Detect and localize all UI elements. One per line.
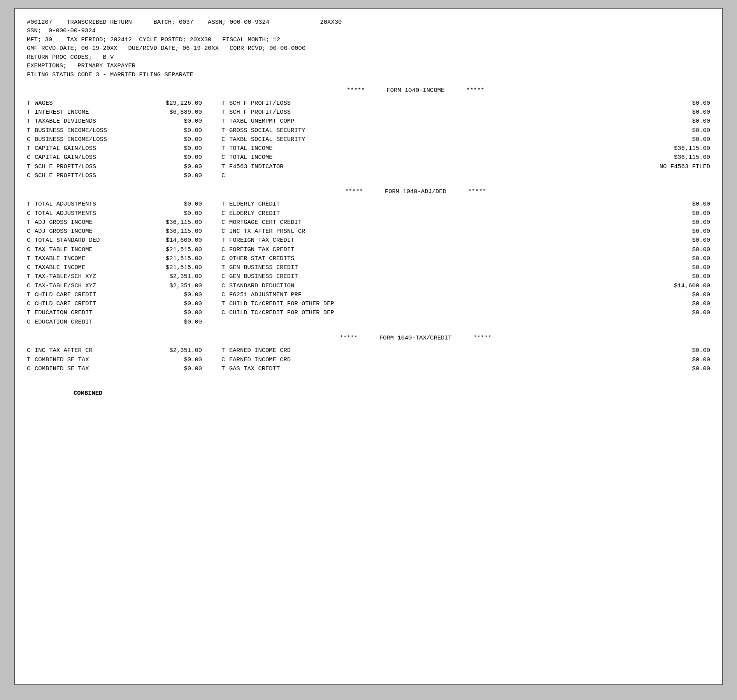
tc-code-left: T: [27, 290, 35, 299]
label-left: ADJ GROSS INCOME: [35, 218, 151, 227]
label-left: BUSINESS INCOME/LOSS: [35, 126, 151, 135]
label-left: INTEREST INCOME: [35, 108, 151, 117]
label-left: CAPITAL GAIN/LOSS: [35, 144, 151, 153]
label-left: BUSINESS INCOME/LOSS: [35, 135, 151, 144]
table-row: TTAXABLE DIVIDENDS$0.00TTAXBL UNEMPMT CO…: [27, 117, 710, 126]
table-row: CBUSINESS INCOME/LOSS$0.00CTAXBL SOCIAL …: [27, 135, 710, 144]
label-right: CHILD TC/CREDIT FOR OTHER DEP: [229, 308, 632, 317]
adjded-data: TTOTAL ADJUSTMENTS$0.00TELDERLY CREDIT$0…: [27, 200, 710, 327]
label-right: GAS TAX CREDIT: [229, 364, 632, 373]
label-right: SCH F PROFIT/LOSS: [229, 108, 632, 117]
table-row: CADJ GROSS INCOME$36,115.00CINC TX AFTER…: [27, 227, 710, 236]
table-row: CCOMBINED SE TAX$0.00TGAS TAX CREDIT$0.0…: [27, 364, 710, 373]
footer-area: COMBINED: [27, 389, 710, 397]
table-row: TEDUCATION CREDIT$0.00CCHILD TC/CREDIT F…: [27, 308, 710, 317]
tc-code-left: T: [27, 162, 35, 171]
tc-code-right: T: [221, 117, 229, 126]
value-left: $0.00: [151, 135, 202, 144]
table-row: CTOTAL ADJUSTMENTS$0.00CELDERLY CREDIT$0…: [27, 209, 710, 218]
value-right: $0.00: [632, 254, 710, 263]
label-left: TAX TABLE INCOME: [35, 245, 151, 254]
value-left: $0.00: [151, 290, 202, 299]
tc-code-left: T: [27, 126, 35, 135]
value-left: $0.00: [151, 200, 202, 209]
value-left: $6,889.00: [151, 108, 202, 117]
label-right: EARNED INCOME CRD: [229, 346, 632, 355]
label-left: TAX-TABLE/SCH XYZ: [35, 281, 151, 290]
table-row: CCAPITAL GAIN/LOSS$0.00CTOTAL INCOME$36,…: [27, 153, 710, 162]
label-left: EDUCATION CREDIT: [35, 308, 151, 317]
tc-code-left: T: [27, 144, 35, 153]
label-left: CHILD CARE CREDIT: [35, 290, 151, 299]
value-right: $0.00: [632, 218, 710, 227]
tc-code-right: C: [221, 218, 229, 227]
header-line-4: GMF RCVD DATE; 06-19-20XX DUE/RCVD DATE;…: [27, 44, 710, 53]
combined-label: COMBINED: [74, 390, 102, 397]
label-right: EARNED INCOME CRD: [229, 355, 632, 364]
value-left: $0.00: [151, 209, 202, 218]
tc-code-right: C: [221, 355, 229, 364]
taxcredit-section-title: ***** FORM 1040-TAX/CREDIT *****: [27, 334, 710, 342]
value-right: $0.00: [632, 355, 710, 364]
label-right: OTHER STAT CREDITS: [229, 254, 632, 263]
tc-code-left: C: [27, 263, 35, 272]
adjded-section-title: ***** FORM 1040-ADJ/DED *****: [27, 187, 710, 196]
value-right: $0.00: [632, 227, 710, 236]
tc-code-left: C: [27, 299, 35, 308]
value-right: $0.00: [632, 126, 710, 135]
value-right: $0.00: [632, 99, 710, 108]
label-right: CHILD TC/CREDIT FOR OTHER DEP: [229, 299, 632, 308]
value-left: $0.00: [151, 117, 202, 126]
tc-code-left: C: [27, 346, 35, 355]
label-left: COMBINED SE TAX: [35, 355, 151, 364]
tc-code-right: C: [221, 171, 229, 180]
table-row: CSCH E PROFIT/LOSS$0.00C: [27, 171, 710, 180]
tc-code-right: C: [221, 245, 229, 254]
table-row: TADJ GROSS INCOME$36,115.00CMORTGAGE CER…: [27, 218, 710, 227]
table-row: TWAGES$29,226.00TSCH F PROFIT/LOSS$0.00: [27, 99, 710, 108]
tc-code-right: T: [221, 162, 229, 171]
value-left: $29,226.00: [151, 99, 202, 108]
tc-code-left: T: [27, 200, 35, 209]
tc-code-right: C: [221, 272, 229, 281]
label-right: ELDERLY CREDIT: [229, 200, 632, 209]
tc-code-right: C: [221, 254, 229, 263]
tc-code-left: T: [27, 272, 35, 281]
tc-code-left: T: [27, 355, 35, 364]
label-left: CHILD CARE CREDIT: [35, 299, 151, 308]
value-right: $0.00: [632, 200, 710, 209]
income-section-title: ***** FORM 1040-INCOME *****: [27, 86, 710, 95]
label-left: WAGES: [35, 99, 151, 108]
value-right: $0.00: [632, 117, 710, 126]
header-line-7: FILING STATUS CODE 3 - MARRIED FILING SE…: [27, 70, 710, 79]
label-left: TOTAL ADJUSTMENTS: [35, 200, 151, 209]
value-left: $0.00: [151, 318, 202, 327]
header-section: #001207 TRANSCRIBED RETURN BATCH; 0037 A…: [27, 18, 710, 79]
label-right: INC TX AFTER PRSNL CR: [229, 227, 632, 236]
tc-code-right: T: [221, 346, 229, 355]
label-right: F4563 INDICATOR: [229, 162, 632, 171]
tc-code-right: C: [221, 227, 229, 236]
income-data: TWAGES$29,226.00TSCH F PROFIT/LOSS$0.00T…: [27, 99, 710, 180]
tc-code-right: T: [221, 126, 229, 135]
label-right: FOREIGN TAX CREDIT: [229, 236, 632, 245]
table-row: TCOMBINED SE TAX$0.00CEARNED INCOME CRD$…: [27, 355, 710, 364]
table-row: CEDUCATION CREDIT$0.00: [27, 318, 710, 327]
tc-code-right: T: [221, 99, 229, 108]
taxcredit-data: CINC TAX AFTER CR$2,351.00TEARNED INCOME…: [27, 346, 710, 373]
tc-code-right: T: [221, 144, 229, 153]
table-row: TCAPITAL GAIN/LOSS$0.00TTOTAL INCOME$36,…: [27, 144, 710, 153]
label-right: STANDARD DEDUCTION: [229, 281, 632, 290]
header-line-2: SSN; 0-000-00-9324: [27, 26, 710, 35]
value-right: $0.00: [632, 290, 710, 299]
label-right: SCH F PROFIT/LOSS: [229, 99, 632, 108]
page-container: #001207 TRANSCRIBED RETURN BATCH; 0037 A…: [14, 8, 723, 685]
table-row: CTAX TABLE INCOME$21,515.00CFOREIGN TAX …: [27, 245, 710, 254]
table-row: TBUSINESS INCOME/LOSS$0.00TGROSS SOCIAL …: [27, 126, 710, 135]
value-left: $21,515.00: [151, 263, 202, 272]
tc-code-right: T: [221, 108, 229, 117]
label-right: ELDERLY CREDIT: [229, 209, 632, 218]
label-left: ADJ GROSS INCOME: [35, 227, 151, 236]
value-right: $36,115.00: [632, 153, 710, 162]
table-row: CTAXABLE INCOME$21,515.00TGEN BUSINESS C…: [27, 263, 710, 272]
